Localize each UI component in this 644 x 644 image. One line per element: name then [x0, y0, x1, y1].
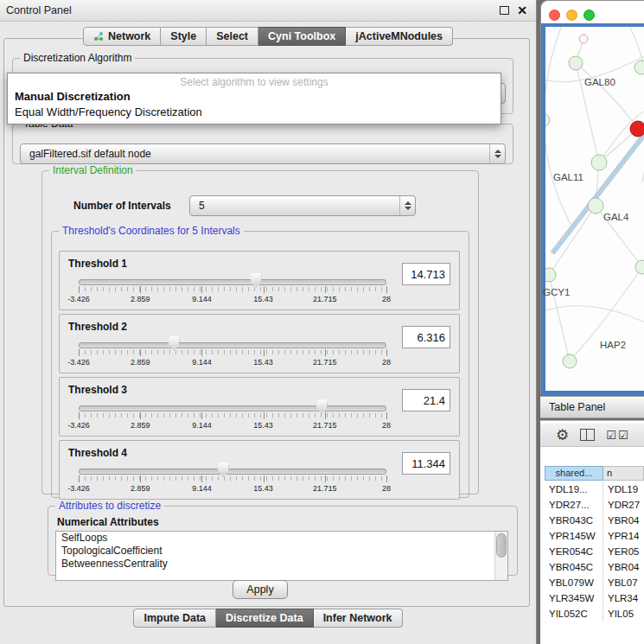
network-node[interactable]	[579, 35, 588, 43]
threshold-thumb-1[interactable]	[251, 273, 262, 288]
network-node[interactable]	[591, 155, 607, 170]
attribute-item[interactable]: SelfLoops	[56, 532, 507, 545]
tab-style[interactable]: Style	[161, 27, 207, 46]
tab-jactivemnodules[interactable]: jActiveMNodules	[346, 27, 453, 46]
attribute-item[interactable]: BetweennessCentrality	[56, 558, 507, 571]
table-cell[interactable]: YPR145W	[545, 528, 603, 544]
column-header-name[interactable]: n	[603, 466, 644, 481]
table-cell[interactable]: YDR27	[603, 497, 644, 513]
highlighted-edge	[552, 127, 644, 253]
apply-button[interactable]: Apply	[233, 580, 288, 599]
table-cell[interactable]: YBR04	[603, 559, 644, 575]
mac-minimize-icon[interactable]	[566, 10, 577, 21]
slider-track[interactable]	[79, 469, 386, 475]
table-cell[interactable]: YBR043C	[545, 513, 603, 528]
network-node[interactable]	[634, 61, 644, 74]
threshold-4-value-field[interactable]: 11.344	[402, 452, 450, 475]
tab-infer-network[interactable]: Infer Network	[314, 609, 403, 628]
dropdown-option-equal-width[interactable]: Equal Width/Frequency Discretization	[8, 105, 501, 120]
tab-label: Discretize Data	[226, 612, 303, 624]
network-node[interactable]	[569, 56, 583, 70]
slider-scale: -3.4262.8599.14415.4321.71528	[79, 421, 386, 431]
threshold-2-value-field[interactable]: 6.316	[402, 326, 450, 348]
top-tab-bar: Network Style Select Cyni Toolbox jActiv…	[0, 27, 536, 46]
close-icon[interactable]: ✕	[517, 4, 527, 16]
slider-track[interactable]	[79, 279, 386, 285]
node-label: GAL4	[603, 212, 628, 222]
tab-select[interactable]: Select	[207, 27, 258, 46]
table-cell[interactable]: YPR14	[603, 528, 644, 544]
selected-red-node[interactable]	[630, 121, 644, 137]
threshold-thumb-4[interactable]	[218, 462, 229, 477]
tab-label: Style	[170, 30, 196, 42]
network-node[interactable]	[545, 268, 556, 282]
table-data-combo[interactable]: galFiltered.sif default node	[20, 143, 506, 164]
table-cell[interactable]: YBR045C	[545, 559, 603, 575]
tab-label: Impute Data	[143, 612, 206, 624]
attribute-item[interactable]: TopologicalCoefficient	[56, 545, 507, 558]
number-of-intervals-combo[interactable]: 5	[189, 195, 416, 216]
select-columns-icon[interactable]: ☑☑	[606, 429, 629, 442]
interval-definition-group: Interval Definition Number of Intervals …	[41, 164, 479, 494]
table-cell[interactable]: YLR345W	[545, 590, 603, 606]
slider-track[interactable]	[79, 342, 386, 348]
table-cell[interactable]: YER05	[603, 544, 644, 559]
tab-label: Select	[216, 30, 248, 42]
table-row[interactable]: YDL19...YDL19	[545, 481, 644, 497]
control-panel-titlebar[interactable]: Control Panel ✕	[0, 0, 536, 22]
numerical-attributes-list[interactable]: SelfLoopsTopologicalCoefficientBetweenne…	[55, 531, 508, 581]
tab-cyni-toolbox[interactable]: Cyni Toolbox	[258, 27, 346, 46]
table-row[interactable]: YLR345WYLR34	[545, 590, 644, 606]
list-scrollbar[interactable]	[494, 532, 507, 580]
tab-discretize-data[interactable]: Discretize Data	[216, 609, 314, 628]
table-row[interactable]: YIL052CYIL05	[545, 606, 644, 622]
table-cell[interactable]: YIL05	[603, 606, 644, 622]
table-cell[interactable]: YBR04	[603, 513, 644, 528]
table-cell[interactable]: YDL19	[603, 481, 644, 497]
scale-label: 28	[382, 358, 391, 367]
network-node[interactable]	[545, 114, 550, 126]
table-row[interactable]: YBR043CYBR04	[545, 513, 644, 528]
table-cell[interactable]: YBL07	[603, 575, 644, 590]
table-row[interactable]: YBL079WYBL07	[545, 575, 644, 590]
threshold-2-slider[interactable]: -3.4262.8599.14415.4321.71528	[79, 337, 386, 372]
group-title: Attributes to discretize	[55, 500, 164, 512]
gear-icon[interactable]: ⚙	[556, 428, 569, 443]
table-cell[interactable]: YDL19...	[545, 481, 603, 497]
table-cell[interactable]: YIL052C	[545, 606, 603, 622]
threshold-2-box: Threshold 2 -3.4262.8599.14415.4321.7152…	[59, 314, 460, 373]
table-panel-header[interactable]: Table Panel	[540, 396, 644, 418]
slider-track[interactable]	[79, 405, 386, 411]
scrollbar-thumb[interactable]	[496, 533, 507, 558]
table-row[interactable]: YBR045CYBR04	[545, 559, 644, 575]
tab-network[interactable]: Network	[83, 27, 161, 46]
scale-label: 15.43	[253, 295, 273, 303]
threshold-3-slider[interactable]: -3.4262.8599.14415.4321.71528	[79, 400, 386, 435]
mac-close-icon[interactable]	[549, 10, 560, 21]
table-cell[interactable]: YLR34	[603, 590, 644, 606]
threshold-1-slider[interactable]: -3.4262.8599.14415.4321.71528	[79, 274, 386, 309]
network-node[interactable]	[563, 354, 577, 368]
dropdown-option-manual[interactable]: Manual Discretization	[8, 89, 501, 105]
table-row[interactable]: YDR27...YDR27	[545, 497, 644, 513]
table-cell[interactable]: YDR27...	[545, 497, 603, 513]
table-cell[interactable]: YER054C	[545, 544, 603, 559]
columns-icon[interactable]	[580, 429, 595, 441]
column-header-shared-name[interactable]: shared...	[545, 466, 603, 481]
network-node[interactable]	[588, 198, 603, 214]
table-row[interactable]: YER054CYER05	[545, 544, 644, 559]
threshold-thumb-2[interactable]	[169, 336, 180, 351]
threshold-label: Threshold 4	[68, 447, 127, 459]
network-node[interactable]	[635, 260, 644, 274]
threshold-label: Threshold 2	[68, 321, 127, 333]
threshold-4-slider[interactable]: -3.4262.8599.14415.4321.71528	[79, 463, 386, 498]
table-cell[interactable]: YBL079W	[545, 575, 603, 590]
mac-zoom-icon[interactable]	[583, 10, 595, 21]
node-table-window: ⚙ ☑☑ shared... n YDL19...YDL19YDR27...YD…	[540, 420, 644, 644]
threshold-3-value-field[interactable]: 21.4	[402, 389, 450, 411]
float-window-icon[interactable]	[500, 6, 509, 15]
table-row[interactable]: YPR145WYPR14	[545, 528, 644, 544]
tab-impute-data[interactable]: Impute Data	[133, 609, 216, 628]
scale-label: 2.859	[131, 484, 150, 493]
threshold-1-value-field[interactable]: 14.713	[402, 263, 450, 285]
